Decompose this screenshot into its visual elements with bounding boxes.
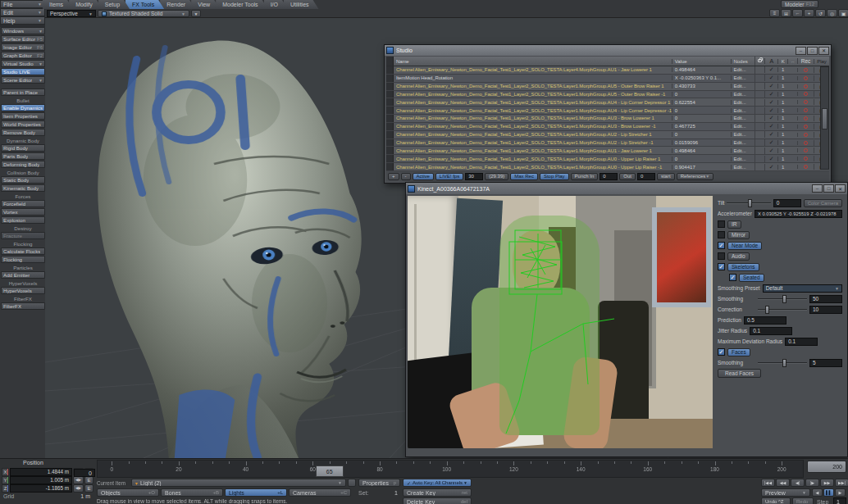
row-active-check[interactable]: ✓ [764, 107, 777, 114]
studio-footer-stop-play[interactable]: Stop Play [540, 173, 569, 180]
tab-view[interactable]: View [191, 0, 220, 9]
row-nodes-edit[interactable]: Edit... [731, 100, 755, 105]
studio-footer-30[interactable]: 30 [465, 173, 483, 180]
row-rec-cell[interactable] [797, 125, 814, 129]
smoothing-slider[interactable] [758, 298, 807, 300]
row-value[interactable]: 0 [672, 108, 732, 113]
studio-titlebar[interactable]: Studio – □ ✕ [385, 45, 831, 56]
preview-dropdown[interactable]: Preview ▼ [761, 488, 810, 497]
grid-icon[interactable]: ⊞ [781, 9, 791, 17]
prediction-field[interactable]: 0.5 [744, 316, 786, 325]
minimize-button[interactable]: – [812, 184, 823, 193]
row-active-check[interactable]: ✓ [764, 148, 777, 154]
kinect-titlebar[interactable]: Kinect_A00366A06472137A – □ ✕ [406, 183, 847, 194]
row-nodes-edit[interactable]: Edit... [731, 132, 755, 137]
row-active-check[interactable]: ✓ [764, 115, 777, 121]
sidebar-item-explosion[interactable]: Explosion [1, 216, 45, 224]
row-active-check[interactable]: ✓ [764, 156, 777, 162]
slider-handle[interactable] [782, 359, 786, 367]
envelope-button[interactable]: E [84, 484, 93, 493]
axis-stepper[interactable]: ◀▶ [73, 484, 84, 493]
studio-footer--[interactable]: - [401, 173, 411, 180]
next-key-button[interactable]: ▶▶ [820, 479, 834, 487]
sidebar-item-scene-editor[interactable]: Scene Editor▼ [1, 76, 45, 84]
view-mode-dropdown[interactable]: Perspective ▼ [47, 10, 96, 17]
row-lock-cell[interactable] [755, 123, 764, 130]
sidebar-item-static-body[interactable]: Static Body [1, 176, 45, 184]
x-position-field[interactable]: 1.4844 m [10, 468, 72, 476]
row-active-check[interactable]: ✓ [764, 83, 777, 89]
near-mode-toggle-label[interactable]: Near Mode [727, 242, 762, 250]
row-lock-cell[interactable] [755, 98, 764, 106]
table-row[interactable]: Channel Alien_Emissary_Newton_Demo_Facia… [386, 163, 829, 171]
faces-checkbox[interactable]: ✓ [718, 348, 725, 356]
sidebar-item-world-properties[interactable]: World Properties [1, 120, 45, 128]
table-row[interactable]: Channel Alien_Emissary_Newton_Demo_Facia… [386, 115, 829, 123]
viewport-options-button[interactable]: ▼ [191, 10, 201, 17]
skeletons-toggle-label[interactable]: Skeletons [727, 263, 759, 271]
row-lock-cell[interactable] [755, 131, 764, 138]
row-lock-cell[interactable] [755, 163, 764, 170]
rotate-icon[interactable]: ↺ [815, 9, 826, 17]
studio-footer-0[interactable]: 0 [600, 173, 618, 180]
row-lock-cell[interactable] [755, 139, 764, 147]
faces-toggle-label[interactable]: Faces [727, 348, 750, 356]
ir-toggle-label[interactable]: IR [727, 220, 741, 229]
sidebar-item-image-editor[interactable]: Image EditorF6 [1, 43, 45, 51]
slider-value-field[interactable]: 5 [809, 359, 842, 367]
row-rec-cell[interactable] [797, 68, 814, 72]
tab-utilities[interactable]: Utilities [284, 0, 319, 9]
sidebar-item-rigid-body[interactable]: Rigid Body [1, 144, 45, 152]
row-nodes-edit[interactable]: Edit... [731, 140, 755, 145]
row-lock-cell[interactable] [755, 155, 764, 162]
row-active-check[interactable]: ✓ [764, 75, 777, 81]
row-nodes-edit[interactable]: Edit... [731, 165, 755, 170]
table-row[interactable]: Channel Alien_Emissary_Newton_Demo_Facia… [386, 131, 829, 139]
row-nodes-edit[interactable]: Edit... [731, 92, 755, 97]
row-lock-cell[interactable] [755, 83, 764, 90]
sidebar-item-forcefield[interactable]: Forcefield [1, 200, 45, 207]
studio-footer-0[interactable]: 0 [637, 173, 655, 180]
undo-button[interactable]: Undo ^Z [761, 497, 791, 504]
sidebar-item-parent-in-place[interactable]: Parent in Place [1, 89, 45, 96]
row-rec-cell[interactable] [797, 148, 814, 152]
sidebar-item-windows[interactable]: Windows▼ [1, 27, 45, 34]
slider-value-field[interactable]: 10 [809, 306, 842, 314]
close-button[interactable]: ✕ [835, 184, 846, 193]
go-last-frame-button[interactable]: ▶▶| [835, 479, 848, 487]
y-position-field[interactable]: 1.005 m [10, 476, 72, 484]
delete-key-button[interactable]: Delete Key del [403, 497, 472, 504]
prev-frame-button[interactable]: ◀| [791, 479, 805, 487]
table-row[interactable]: Channel Alien_Emissary_Newton_Demo_Facia… [386, 98, 829, 107]
row-value[interactable]: X -0.0250363 Y 0.1... [672, 75, 732, 80]
table-row[interactable]: Channel Alien_Emissary_Newton_Demo_Facia… [386, 147, 829, 155]
row-nodes-edit[interactable]: Edit... [731, 67, 755, 72]
timeline-scrubber[interactable]: 65 [316, 465, 344, 477]
row-lock-cell[interactable] [755, 107, 764, 114]
tab-modeler-tools[interactable]: Modeler Tools [216, 0, 267, 9]
correction-slider[interactable] [758, 309, 807, 311]
step-field[interactable]: 1 [833, 497, 846, 504]
row-rec-cell[interactable] [797, 92, 814, 96]
sidebar-item-add-emitter[interactable]: Add Emitter [1, 271, 45, 279]
sidebar-item-parts-body[interactable]: Parts Body [1, 152, 45, 160]
row-active-check[interactable]: ✓ [764, 66, 777, 73]
tab-render[interactable]: Render [160, 0, 195, 9]
studio-footer-out[interactable]: Out [619, 173, 636, 180]
table-row[interactable]: Channel Alien_Emissary_Newton_Demo_Facia… [386, 66, 829, 75]
alien-head-model[interactable] [98, 41, 361, 458]
studio-footer-max-rec[interactable]: Max Rec [510, 173, 538, 180]
play-button[interactable]: ▶ [835, 488, 846, 497]
row-value[interactable]: 0.467725 [672, 124, 732, 129]
near-mode-checkbox[interactable]: ✓ [718, 242, 725, 249]
timeline-ruler[interactable]: 020406080100120140160180200 65 [97, 460, 804, 478]
row-rec-cell[interactable] [797, 141, 814, 145]
z-position-field[interactable]: -1.1865 m [10, 484, 72, 493]
row-lock-cell[interactable] [755, 66, 764, 74]
studio-footer--[interactable]: + [388, 173, 399, 180]
row-value[interactable]: 0.622554 [672, 100, 732, 105]
slider-handle[interactable] [782, 295, 786, 303]
studio-footer-active[interactable]: Active [413, 173, 434, 180]
sidebar-item-virtual-studio[interactable]: Virtual Studio▼ [1, 60, 45, 67]
envelope-button[interactable]: E [84, 476, 93, 484]
